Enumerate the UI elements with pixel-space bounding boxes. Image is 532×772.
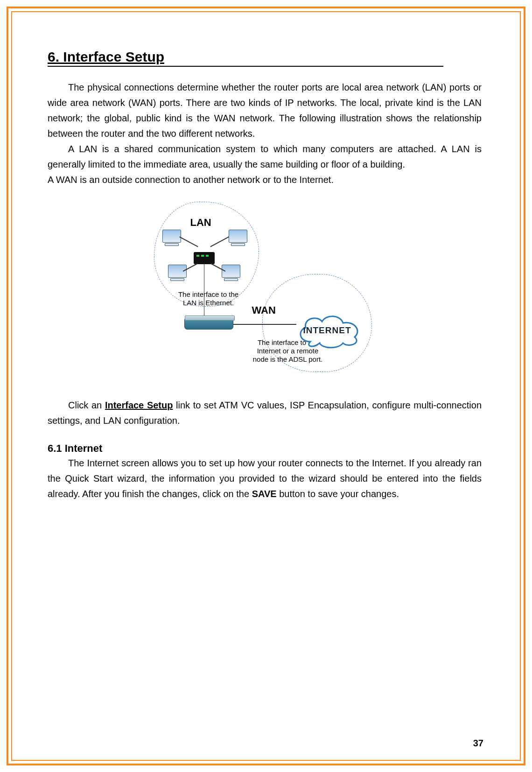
subsection-heading: 6.1 Internet bbox=[48, 442, 482, 455]
text-fragment: Click an bbox=[68, 400, 105, 410]
switch-icon bbox=[194, 252, 215, 264]
intro-paragraph-3: A WAN is an outside connection to anothe… bbox=[48, 172, 482, 188]
intro-paragraph-1: The physical connections determine wheth… bbox=[48, 80, 482, 141]
computer-icon bbox=[229, 230, 247, 246]
text-fragment: button to save your changes. bbox=[277, 489, 399, 499]
wire bbox=[233, 324, 296, 325]
wan-label: WAN bbox=[252, 304, 276, 316]
section-heading: 6. Interface Setup bbox=[48, 49, 443, 67]
internet-cloud: INTERNET bbox=[294, 311, 364, 349]
intro-paragraph-2: A LAN is a shared communication system t… bbox=[48, 141, 482, 172]
network-diagram: LAN WAN The interface to the LAN is Ethe… bbox=[154, 202, 376, 379]
lan-caption: The interface to the LAN is Ethernet. bbox=[174, 290, 244, 307]
internet-label: INTERNET bbox=[303, 325, 351, 336]
interface-setup-link[interactable]: Interface Setup bbox=[105, 400, 173, 410]
computer-icon bbox=[162, 230, 181, 246]
computer-icon bbox=[168, 265, 187, 281]
save-button-reference: SAVE bbox=[252, 489, 277, 499]
page-number: 37 bbox=[473, 738, 483, 749]
internet-paragraph: The Internet screen allows you to set up… bbox=[48, 456, 482, 502]
lan-label: LAN bbox=[190, 217, 211, 229]
router-icon bbox=[184, 318, 233, 330]
interface-setup-paragraph: Click an Interface Setup link to set ATM… bbox=[48, 398, 482, 428]
page-content: 6. Interface Setup The physical connecti… bbox=[48, 49, 482, 502]
computer-icon bbox=[222, 265, 240, 281]
